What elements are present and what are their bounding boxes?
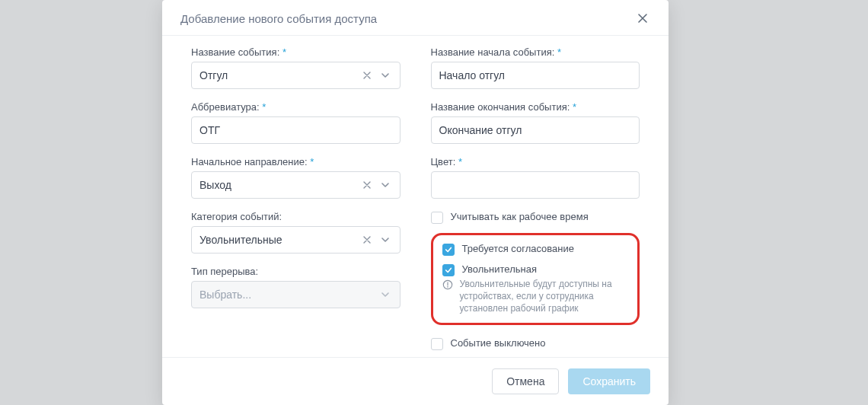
field-break-type: Тип перерыва: Выбрать... [191,266,400,308]
cancel-button[interactable]: Отмена [492,368,559,394]
select-break-type-placeholder: Выбрать... [199,289,378,301]
label-color-text: Цвет: [431,156,456,167]
checkbox-approval[interactable]: Требуется согласование [442,243,629,256]
select-break-type: Выбрать... [191,281,400,308]
input-color[interactable] [431,171,640,199]
field-category: Категория событий: Увольнительные [191,211,400,254]
right-column: Название начала события: * Начало отгул … [431,46,640,350]
label-break-type-text: Тип перерыва: [191,266,258,277]
checkbox-worktime-label: Учитывать как рабочее время [451,211,589,222]
clear-icon[interactable] [360,178,374,192]
required-mark: * [282,46,286,58]
label-event-name-text: Название события: [191,46,279,58]
left-column: Название события: * Отгул [191,46,400,350]
input-end-name-value: Окончание отгул [439,124,522,136]
close-icon[interactable] [635,11,650,26]
label-end-name: Название окончания события: * [431,101,640,113]
required-mark: * [557,46,561,58]
label-break-type: Тип перерыва: [191,266,400,277]
label-abbreviation-text: Аббревиатура: [191,101,260,113]
save-button-label: Сохранить [582,375,636,387]
field-direction: Начальное направление: * Выход [191,156,400,199]
chevron-down-icon[interactable] [378,233,392,247]
label-start-name: Название начала события: * [431,46,640,58]
select-direction-value: Выход [199,179,360,191]
select-event-name-value: Отгул [199,69,360,81]
cancel-button-label: Отмена [506,375,544,387]
clear-icon[interactable] [360,233,374,247]
field-end-name: Название окончания события: * Окончание … [431,101,640,144]
chevron-down-icon[interactable] [378,69,392,82]
checkbox-leave-label: Увольнительная [462,263,537,275]
field-start-name: Название начала события: * Начало отгул [431,46,640,89]
modal-add-access-event: Добавление нового события доступа Назван… [162,0,669,405]
hint-leave-text: Увольнительные будут доступны на устройс… [460,278,629,315]
svg-point-2 [447,286,448,288]
save-button[interactable]: Сохранить [568,368,650,394]
checkbox-disabled-label: Событие выключено [451,337,546,349]
required-mark: * [573,101,576,113]
input-abbreviation-value: ОТГ [199,124,220,136]
label-category: Категория событий: [191,211,400,222]
highlight-box: Требуется согласование Увольнительная [431,233,640,325]
input-abbreviation[interactable]: ОТГ [191,116,400,144]
checkbox-worktime[interactable]: Учитывать как рабочее время [431,211,640,224]
checkbox-box[interactable] [431,338,443,350]
select-category[interactable]: Увольнительные [191,226,400,254]
label-category-text: Категория событий: [191,211,282,222]
checkbox-approval-label: Требуется согласование [462,243,574,254]
required-mark: * [458,156,462,167]
label-end-name-text: Название окончания события: [431,101,570,113]
modal-title: Добавление нового события доступа [180,12,377,25]
label-abbreviation: Аббревиатура: * [191,101,400,113]
input-start-name[interactable]: Начало отгул [431,62,640,89]
input-start-name-value: Начало отгул [439,69,506,81]
clear-icon[interactable] [360,69,374,82]
field-color: Цвет: * [431,156,640,199]
hint-leave: Увольнительные будут доступны на устройс… [442,278,629,315]
modal-footer: Отмена Сохранить [162,357,669,405]
label-color: Цвет: * [431,156,640,167]
checkbox-box[interactable] [431,212,443,224]
modal-header: Добавление нового события доступа [162,0,669,36]
chevron-down-icon[interactable] [378,178,392,192]
required-mark: * [262,101,266,113]
field-abbreviation: Аббревиатура: * ОТГ [191,101,400,144]
select-direction[interactable]: Выход [191,171,400,199]
required-mark: * [310,156,314,167]
checkbox-box[interactable] [442,264,455,276]
field-event-name: Название события: * Отгул [191,46,400,89]
checkbox-box[interactable] [442,244,455,256]
checkbox-disabled[interactable]: Событие выключено [431,337,640,350]
select-event-name[interactable]: Отгул [191,62,400,89]
select-category-value: Увольнительные [199,234,360,246]
label-direction: Начальное направление: * [191,156,400,167]
chevron-down-icon [378,288,392,301]
label-direction-text: Начальное направление: [191,156,308,167]
modal-body: Название события: * Отгул [162,36,669,357]
leave-block: Увольнительная Увольнительные будут дост… [442,263,629,315]
input-end-name[interactable]: Окончание отгул [431,116,640,144]
label-start-name-text: Название начала события: [431,46,555,58]
label-event-name: Название события: * [191,46,400,58]
form-columns: Название события: * Отгул [191,46,640,350]
info-icon [442,279,454,290]
checkbox-leave[interactable]: Увольнительная [442,263,629,276]
